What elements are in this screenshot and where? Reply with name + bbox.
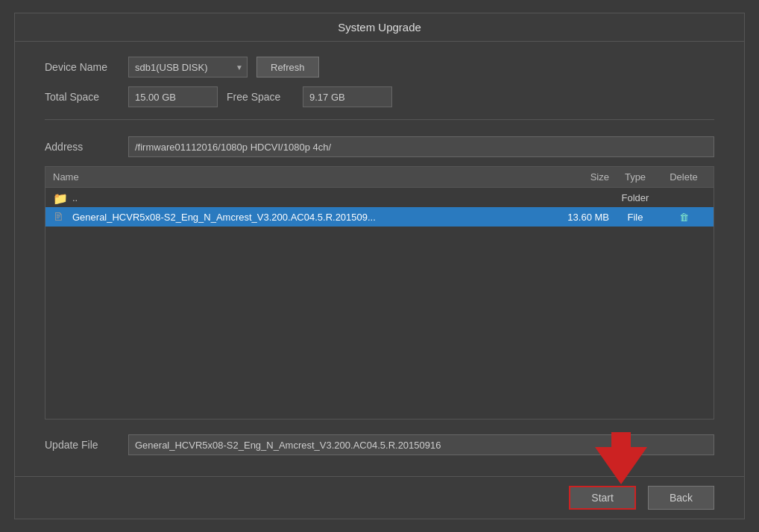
col-type: Type: [609, 171, 661, 183]
device-dropdown[interactable]: sdb1(USB DISK): [128, 57, 248, 77]
file-name: ..: [72, 192, 549, 203]
svg-rect-1: [611, 432, 631, 452]
divider1: [45, 119, 714, 120]
update-file-label: Update File: [45, 439, 119, 451]
delete-icon[interactable]: 🗑: [661, 212, 706, 223]
file-size: 13.60 MB: [549, 212, 609, 223]
arrow-down-indicator: [595, 432, 647, 487]
file-type: Folder: [609, 192, 661, 203]
file-browser-header: Name Size Type Delete: [45, 167, 714, 188]
file-row[interactable]: 🖹 General_HCVR5x08-S2_Eng_N_Amcrest_V3.2…: [45, 207, 714, 227]
dialog-body: Device Name sdb1(USB DISK) Refresh Total…: [15, 42, 744, 470]
free-space-label: Free Space: [227, 91, 294, 103]
col-delete: Delete: [661, 171, 706, 183]
address-input[interactable]: [128, 136, 714, 157]
space-row: Total Space Free Space: [45, 86, 714, 107]
file-type: File: [609, 212, 661, 223]
total-space-label: Total Space: [45, 91, 119, 103]
file-icon: 🖹: [53, 211, 68, 223]
system-upgrade-dialog: System Upgrade Device Name sdb1(USB DISK…: [14, 13, 745, 519]
start-button[interactable]: Start: [569, 486, 636, 510]
address-row: Address: [45, 136, 714, 157]
dialog-footer: Start Back: [15, 476, 744, 519]
file-browser: Name Size Type Delete 📁 .. Folder 🖹 Gene…: [45, 166, 714, 419]
folder-icon: 📁: [53, 191, 68, 203]
device-row: Device Name sdb1(USB DISK) Refresh: [45, 57, 714, 77]
col-name: Name: [53, 171, 549, 183]
file-list: 📁 .. Folder 🖹 General_HCVR5x08-S2_Eng_N_…: [45, 188, 714, 419]
dialog-title: System Upgrade: [15, 13, 744, 42]
total-space-value: [128, 86, 218, 107]
svg-marker-0: [595, 447, 647, 484]
device-name-label: Device Name: [45, 61, 119, 73]
back-button[interactable]: Back: [648, 486, 714, 510]
file-name: General_HCVR5x08-S2_Eng_N_Amcrest_V3.200…: [72, 212, 549, 223]
address-label: Address: [45, 141, 119, 153]
device-dropdown-wrapper[interactable]: sdb1(USB DISK): [128, 57, 248, 77]
refresh-button[interactable]: Refresh: [256, 57, 319, 77]
file-row[interactable]: 📁 .. Folder: [45, 188, 714, 207]
col-size: Size: [549, 171, 609, 183]
free-space-value: [303, 86, 392, 107]
